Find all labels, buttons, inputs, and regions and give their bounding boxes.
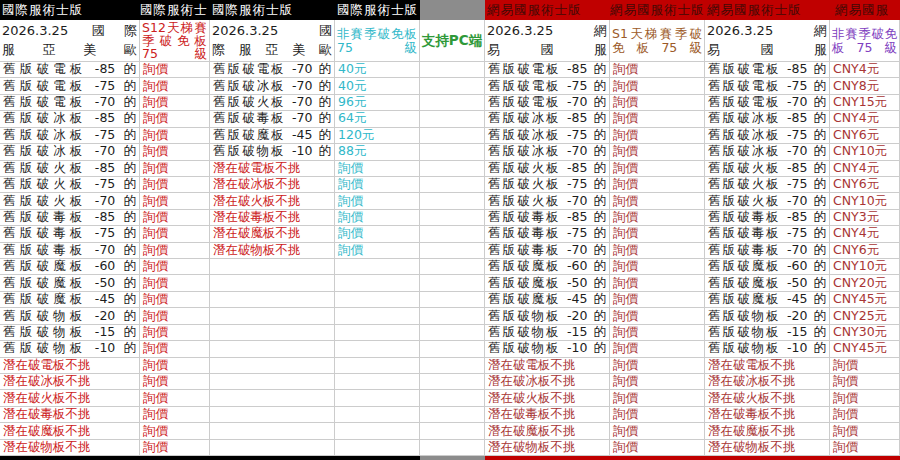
price-cell[interactable]: 詢價 xyxy=(140,128,210,143)
date-header-netease-nonseason[interactable]: 2026.3.25 網易國服 xyxy=(705,20,830,62)
item-cell[interactable]: 舊版破電板 -70 的 xyxy=(0,95,140,110)
price-cell[interactable]: 詢價 xyxy=(140,226,210,241)
item-cell[interactable] xyxy=(210,341,335,356)
item-cell[interactable]: 潛在破物板不挑 xyxy=(485,440,610,455)
item-cell[interactable]: 舊版破電板 -85 的 xyxy=(705,62,830,77)
item-cell[interactable]: 舊版破魔板 -45 的 xyxy=(210,128,335,143)
season-header-intl-nonseason[interactable]: 非賽季破免板75級 xyxy=(335,20,420,62)
price-cell[interactable] xyxy=(335,407,420,422)
price-cell[interactable]: 詢價 xyxy=(610,358,705,373)
price-cell[interactable]: 詢價 xyxy=(335,193,420,208)
price-cell[interactable]: 詢價 xyxy=(830,423,900,438)
item-cell[interactable]: 舊版破冰板 -70 的 xyxy=(705,144,830,159)
item-cell[interactable]: 舊版破魔板 -60 的 xyxy=(0,259,140,274)
item-cell[interactable]: 舊版破冰板 -75 的 xyxy=(0,128,140,143)
item-cell[interactable]: 潛在破火板不挑 xyxy=(705,390,830,405)
support-column-cell[interactable] xyxy=(420,78,485,93)
item-cell[interactable]: 舊版破電板 -70 的 xyxy=(210,62,335,77)
price-cell[interactable]: 96元 xyxy=(335,95,420,110)
price-cell[interactable]: 詢價 xyxy=(610,390,705,405)
item-cell[interactable]: 舊版破電板 -85 的 xyxy=(0,62,140,77)
price-cell[interactable]: 詢價 xyxy=(140,423,210,438)
support-column-cell[interactable] xyxy=(420,111,485,126)
item-cell[interactable]: 舊版破火板 -85 的 xyxy=(0,161,140,176)
item-cell[interactable]: 潛在破物板不挑 xyxy=(210,243,335,258)
price-cell[interactable]: 詢價 xyxy=(610,407,705,422)
item-cell[interactable] xyxy=(210,374,335,389)
item-cell[interactable]: 舊版破毒板 -85 的 xyxy=(0,210,140,225)
price-cell[interactable]: 詢價 xyxy=(610,161,705,176)
item-cell[interactable]: 舊版破毒板 -70 的 xyxy=(485,243,610,258)
price-cell[interactable]: 詢價 xyxy=(830,358,900,373)
season-header-intl-s12[interactable]: S12天梯賽季破免板75級 xyxy=(140,20,210,62)
item-cell[interactable]: 潛在破冰板不挑 xyxy=(705,374,830,389)
price-cell[interactable] xyxy=(335,292,420,307)
item-cell[interactable]: 潛在破魔板不挑 xyxy=(705,423,830,438)
item-cell[interactable]: 舊版破火板 -85 的 xyxy=(485,161,610,176)
item-cell[interactable]: 舊版破冰板 -85 的 xyxy=(485,111,610,126)
price-cell[interactable]: CNY30元 xyxy=(830,325,900,340)
price-cell[interactable]: CNY25元 xyxy=(830,308,900,323)
item-cell[interactable]: 舊版破物板 -10 的 xyxy=(705,341,830,356)
item-cell[interactable]: 舊版破物板 -20 的 xyxy=(705,308,830,323)
item-cell[interactable]: 舊版破魔板 -60 的 xyxy=(485,259,610,274)
price-cell[interactable]: 詢價 xyxy=(335,161,420,176)
item-cell[interactable] xyxy=(210,440,335,455)
price-cell[interactable]: 詢價 xyxy=(140,161,210,176)
price-cell[interactable]: 詢價 xyxy=(610,210,705,225)
price-cell[interactable]: 詢價 xyxy=(140,358,210,373)
support-column-cell[interactable] xyxy=(420,243,485,258)
price-cell[interactable]: 詢價 xyxy=(140,78,210,93)
item-cell[interactable]: 舊版破魔板 -60 的 xyxy=(705,259,830,274)
item-cell[interactable]: 潛在破電板不挑 xyxy=(705,358,830,373)
support-column-cell[interactable] xyxy=(420,128,485,143)
price-cell[interactable]: 詢價 xyxy=(140,325,210,340)
price-cell[interactable]: CNY4元 xyxy=(830,226,900,241)
item-cell[interactable]: 舊版破物板 -10 的 xyxy=(485,341,610,356)
item-cell[interactable]: 舊版破毒板 -70 的 xyxy=(0,243,140,258)
season-header-netease-s1[interactable]: S1天梯賽季破免板75級 xyxy=(610,20,705,62)
price-cell[interactable]: 詢價 xyxy=(140,374,210,389)
date-header-netease-s1[interactable]: 2026.3.25 網易國服 xyxy=(485,20,610,62)
support-column-cell[interactable] xyxy=(420,292,485,307)
price-cell[interactable]: 詢價 xyxy=(610,259,705,274)
item-cell[interactable] xyxy=(210,423,335,438)
price-cell[interactable] xyxy=(335,259,420,274)
price-cell[interactable]: 40元 xyxy=(335,78,420,93)
price-cell[interactable]: CNY15元 xyxy=(830,95,900,110)
price-cell[interactable]: 詢價 xyxy=(610,177,705,192)
support-column-cell[interactable] xyxy=(420,341,485,356)
item-cell[interactable]: 舊版破毒板 -75 的 xyxy=(0,226,140,241)
price-cell[interactable]: 詢價 xyxy=(830,407,900,422)
item-cell[interactable]: 舊版破物板 -10 的 xyxy=(0,341,140,356)
item-cell[interactable]: 舊版破魔板 -45 的 xyxy=(705,292,830,307)
price-cell[interactable] xyxy=(335,275,420,290)
price-cell[interactable] xyxy=(335,440,420,455)
item-cell[interactable]: 舊版破物板 -20 的 xyxy=(0,308,140,323)
support-column-cell[interactable] xyxy=(420,210,485,225)
support-column-cell[interactable] xyxy=(420,95,485,110)
item-cell[interactable] xyxy=(210,325,335,340)
price-cell[interactable]: 40元 xyxy=(335,62,420,77)
item-cell[interactable]: 舊版破物板 -20 的 xyxy=(485,308,610,323)
item-cell[interactable]: 潛在破物板不挑 xyxy=(0,440,140,455)
item-cell[interactable]: 舊版破魔板 -50 的 xyxy=(0,275,140,290)
item-cell[interactable]: 舊版破電板 -85 的 xyxy=(485,62,610,77)
item-cell[interactable]: 潛在破火板不挑 xyxy=(210,193,335,208)
price-cell[interactable]: CNY10元 xyxy=(830,193,900,208)
price-cell[interactable]: 詢價 xyxy=(830,440,900,455)
price-cell[interactable]: 詢價 xyxy=(610,144,705,159)
item-cell[interactable]: 潛在破魔板不挑 xyxy=(210,226,335,241)
item-cell[interactable]: 舊版破電板 -75 的 xyxy=(0,78,140,93)
support-column-cell[interactable] xyxy=(420,440,485,455)
price-cell[interactable]: 詢價 xyxy=(140,275,210,290)
item-cell[interactable]: 舊版破電板 -70 的 xyxy=(705,95,830,110)
price-cell[interactable]: 詢價 xyxy=(610,325,705,340)
item-cell[interactable]: 舊版破毒板 -75 的 xyxy=(705,226,830,241)
item-cell[interactable]: 舊版破毒板 -70 的 xyxy=(705,243,830,258)
item-cell[interactable]: 舊版破冰板 -70 的 xyxy=(210,78,335,93)
price-cell[interactable]: 詢價 xyxy=(140,390,210,405)
price-cell[interactable] xyxy=(335,341,420,356)
item-cell[interactable]: 舊版破物板 -10 的 xyxy=(210,144,335,159)
price-cell[interactable]: 詢價 xyxy=(610,292,705,307)
